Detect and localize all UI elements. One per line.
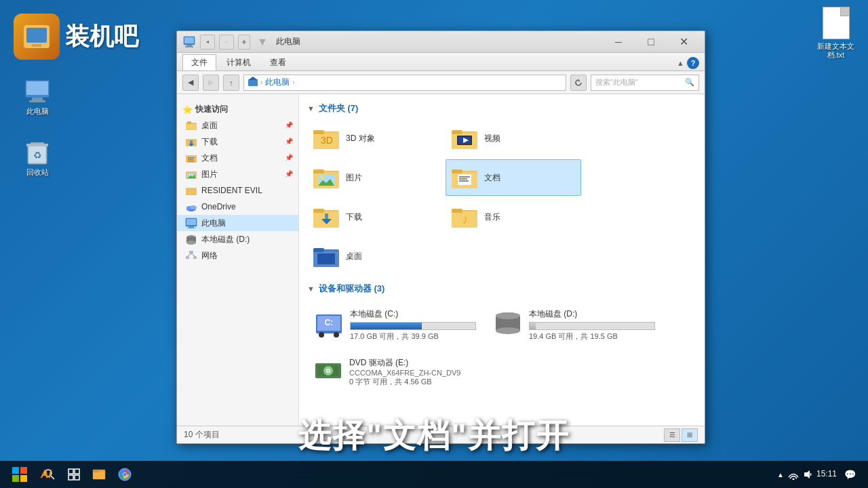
back-button[interactable]: ◀: [182, 75, 199, 91]
search-box[interactable]: 搜索"此电脑" 🔍: [591, 75, 699, 91]
sidebar-item-desktop[interactable]: 桌面 📌: [177, 117, 298, 134]
svg-line-48: [191, 253, 195, 256]
svg-rect-28: [188, 161, 194, 162]
sidebar-onedrive-label: OneDrive: [201, 202, 236, 211]
folders-toggle[interactable]: ▼: [307, 104, 315, 113]
desktop: 装机吧 此电脑 ♻ 回收站 新建文本文档.txt: [0, 0, 868, 488]
sidebar-item-resident-evil[interactable]: RESIDENT EVIL: [177, 182, 298, 199]
sidebar-quick-access[interactable]: ⭐ 快速访问: [177, 100, 298, 117]
sidebar-item-local-disk[interactable]: 本地磁盘 (D:): [177, 231, 298, 247]
taskbar-chrome[interactable]: [113, 462, 137, 487]
refresh-button[interactable]: [570, 75, 587, 91]
taskbar-explorer[interactable]: [87, 462, 111, 487]
drive-c-bar: [350, 322, 476, 330]
svg-rect-14: [186, 45, 192, 46]
svg-rect-2: [32, 44, 41, 47]
drive-d[interactable]: 本地磁盘 (D:) 19.4 GB 可用，共 19.5 GB: [486, 300, 663, 349]
drive-d-icon: [494, 310, 522, 339]
view-list-btn[interactable]: ☰: [664, 428, 680, 442]
sidebar-item-download[interactable]: 下载 📌: [177, 134, 298, 150]
folder-pictures-name: 图片: [346, 172, 362, 184]
clock[interactable]: 15:11: [816, 469, 837, 480]
folder-desktop[interactable]: 桌面: [307, 238, 443, 274]
desktop-icon-recycle[interactable]: ♻ 回收站: [10, 136, 64, 180]
dvd-info: DVD 驱动器 (E:) CCCOMA_X64FRE_ZH-CN_DV9 0 字…: [349, 357, 490, 387]
drive-dvd[interactable]: DVD 驱动器 (E:) CCCOMA_X64FRE_ZH-CN_DV9 0 字…: [307, 352, 497, 392]
address-bar: ◀ ▶ ↑ › 此电脑 › 搜索"此电脑" 🔍: [177, 71, 705, 94]
sidebar-item-network[interactable]: 网络: [177, 247, 298, 264]
folder-downloads-name: 下载: [346, 211, 362, 223]
sidebar-resident-evil-label: RESIDENT EVIL: [201, 186, 262, 195]
desktop-icon-this-pc[interactable]: 此电脑: [10, 75, 64, 119]
sidebar-item-pictures[interactable]: 图片 📌: [177, 166, 298, 182]
svg-line-47: [188, 253, 192, 256]
new-text-file[interactable]: 新建文本文档.txt: [817, 7, 854, 60]
folder-downloads[interactable]: 下载: [307, 199, 443, 235]
network-icon: [185, 249, 197, 262]
svg-rect-67: [452, 169, 462, 174]
breadcrumb-this-pc[interactable]: 此电脑: [265, 77, 290, 88]
breadcrumb-home: [248, 77, 258, 88]
this-pc-label: 此电脑: [26, 107, 49, 116]
ribbon-collapse-icon[interactable]: ▲: [677, 59, 684, 67]
svg-rect-105: [68, 469, 73, 474]
minimize-button[interactable]: ─: [603, 32, 634, 52]
taskbar-task-view[interactable]: [62, 462, 85, 487]
folder-video-icon: [452, 126, 479, 150]
ai-logo-label: Ai: [41, 461, 52, 488]
desktop-folder-icon: [185, 119, 197, 131]
folder-music[interactable]: ♪ 音乐: [446, 199, 581, 235]
svg-rect-110: [93, 472, 105, 479]
view-buttons: ☰ ⊞: [664, 428, 698, 442]
breadcrumb-sep2: ›: [292, 79, 294, 86]
folder-3d-name: 3D 对象: [346, 133, 375, 144]
folder-docs-icon: [452, 165, 479, 190]
tab-file[interactable]: 文件: [182, 54, 216, 70]
up-button[interactable]: ↑: [223, 75, 239, 91]
close-button[interactable]: ✕: [668, 32, 699, 52]
window-controls: ─ □ ✕: [603, 32, 699, 52]
tab-view[interactable]: 查看: [261, 54, 295, 70]
search-icon: 🔍: [685, 78, 694, 87]
sidebar-desktop-label: 桌面: [201, 120, 218, 131]
address-path[interactable]: › 此电脑 ›: [243, 75, 566, 91]
tab-computer[interactable]: 计算机: [218, 54, 260, 70]
svg-point-115: [123, 473, 127, 476]
start-button[interactable]: [3, 462, 37, 487]
sidebar-item-this-pc[interactable]: 此电脑: [177, 215, 298, 231]
sidebar-item-onedrive[interactable]: OneDrive: [177, 199, 298, 215]
folder-3d-objects[interactable]: 3D 3D 对象: [307, 120, 443, 157]
new-file-icon: [823, 7, 850, 39]
folder-pictures[interactable]: 图片: [307, 159, 443, 196]
folder-videos[interactable]: 视频: [446, 120, 581, 157]
folder-documents[interactable]: 文档: [446, 159, 581, 196]
drive-c[interactable]: C: 本地磁盘 (C:) 17.0 GB 可用，共 39.9 GB: [307, 300, 484, 349]
svg-rect-26: [188, 157, 195, 159]
svg-rect-1: [26, 28, 47, 43]
svg-rect-101: [12, 475, 19, 482]
dvd-subname: CCCOMA_X64FRE_ZH-CN_DV9: [349, 369, 490, 377]
svg-rect-10: [26, 144, 48, 146]
notification-button[interactable]: 💬: [840, 462, 860, 487]
pin-icon-download: 📌: [285, 138, 293, 146]
drive-c-fill: [351, 323, 422, 329]
network-tray-icon: [788, 469, 799, 480]
sidebar-quick-access-label: 快速访问: [195, 104, 228, 115]
pin-icon-pictures: 📌: [285, 170, 293, 178]
svg-rect-4: [26, 81, 48, 95]
svg-point-92: [496, 327, 520, 334]
help-icon[interactable]: ?: [687, 57, 699, 69]
view-tiles-btn[interactable]: ⊞: [682, 428, 698, 442]
maximize-button[interactable]: □: [635, 32, 667, 52]
window-title: 此电脑: [276, 36, 300, 47]
title-nav-btn3[interactable]: [238, 35, 250, 49]
sidebar-download-label: 下载: [201, 136, 218, 148]
forward-button[interactable]: ▶: [203, 75, 219, 91]
sidebar-pictures-label: 图片: [201, 169, 218, 180]
folder-pictures-icon: [313, 165, 340, 190]
sidebar-item-docs[interactable]: 文档 📌: [177, 150, 298, 166]
volume-tray-icon: [803, 469, 814, 480]
tray-arrow[interactable]: ▲: [777, 471, 784, 479]
drives-toggle[interactable]: ▼: [307, 285, 315, 293]
title-nav-btn2: [219, 35, 234, 49]
